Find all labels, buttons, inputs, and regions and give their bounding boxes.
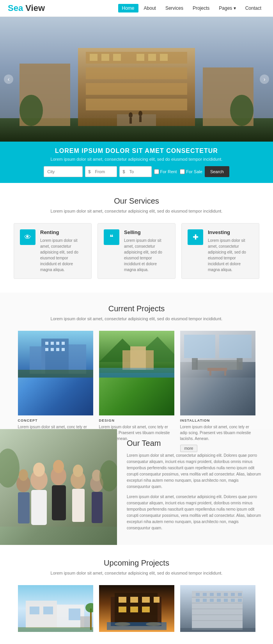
nav-contact[interactable]: Contact bbox=[241, 4, 265, 12]
header: Sea View Home About Services Projects Pa… bbox=[0, 0, 273, 17]
svg-rect-109 bbox=[210, 599, 214, 602]
svg-rect-44 bbox=[184, 335, 215, 358]
for-sale-checkbox[interactable] bbox=[180, 166, 185, 177]
svg-rect-34 bbox=[18, 370, 93, 378]
upcoming-design: DESIGN Lorem ipsum dolor sit amet, conc … bbox=[99, 585, 174, 644]
svg-rect-61 bbox=[18, 492, 30, 523]
search-button[interactable]: Search bbox=[205, 166, 229, 177]
upcoming-installation-image bbox=[180, 585, 255, 644]
svg-rect-73 bbox=[69, 609, 80, 620]
svg-rect-21 bbox=[139, 116, 142, 122]
svg-rect-100 bbox=[196, 593, 200, 596]
svg-point-91 bbox=[115, 622, 130, 626]
svg-rect-86 bbox=[154, 597, 160, 603]
installation-svg bbox=[180, 331, 255, 378]
svg-rect-112 bbox=[231, 599, 235, 602]
team-title: Our Team bbox=[127, 439, 263, 448]
nav-projects[interactable]: Projects bbox=[189, 4, 213, 12]
svg-rect-6 bbox=[86, 99, 187, 110]
upcoming-installation-svg bbox=[180, 585, 255, 632]
nav-pages[interactable]: Pages ▾ bbox=[215, 4, 239, 12]
nav-services[interactable]: Services bbox=[161, 4, 187, 12]
svg-rect-31 bbox=[51, 348, 54, 351]
for-sale-label[interactable]: For Sale bbox=[180, 166, 202, 177]
svg-rect-85 bbox=[142, 597, 150, 603]
services-title: Our Services bbox=[12, 197, 261, 206]
search-form: $ $ For Rent For Sale Search bbox=[8, 166, 265, 177]
design-label: DESIGN bbox=[99, 419, 174, 422]
svg-point-54 bbox=[33, 463, 45, 477]
selling-title: Selling bbox=[124, 229, 169, 235]
svg-rect-87 bbox=[119, 607, 126, 612]
for-rent-checkbox[interactable] bbox=[154, 166, 159, 177]
services-section: Our Services Lorem ipsum dolor sit amet,… bbox=[0, 183, 273, 293]
svg-point-16 bbox=[230, 95, 254, 126]
project-installation: INSTALLATION Lorem ipsum dolor sit amet,… bbox=[180, 331, 255, 415]
hero-arrow-left[interactable]: ‹ bbox=[4, 75, 13, 84]
svg-rect-51 bbox=[224, 371, 226, 376]
svg-rect-67 bbox=[92, 492, 103, 523]
svg-rect-102 bbox=[210, 593, 214, 596]
city-input[interactable] bbox=[44, 166, 83, 177]
current-projects-subtitle: Lorem ipsum dolor sit amet, consectetur … bbox=[12, 316, 261, 321]
svg-rect-4 bbox=[86, 67, 187, 79]
installation-label: INSTALLATION bbox=[180, 419, 255, 422]
svg-rect-50 bbox=[209, 371, 211, 376]
svg-rect-5 bbox=[86, 83, 187, 95]
svg-rect-19 bbox=[129, 118, 132, 124]
current-projects-section: Current Projects Lorem ipsum dolor sit a… bbox=[0, 293, 273, 429]
svg-rect-64 bbox=[72, 489, 85, 522]
svg-rect-106 bbox=[238, 593, 242, 596]
nav-home[interactable]: Home bbox=[118, 4, 138, 12]
svg-rect-96 bbox=[192, 603, 243, 603]
logo-view: View bbox=[25, 3, 45, 13]
svg-rect-110 bbox=[217, 599, 221, 602]
search-section: LOREM IPSUM DOLOR SIT AMET CONSECTETUR L… bbox=[0, 142, 273, 183]
selling-desc: Lorem ipsum dolor sit amet, consectetur … bbox=[124, 238, 169, 273]
svg-rect-48 bbox=[237, 358, 243, 370]
svg-rect-84 bbox=[130, 597, 138, 603]
for-rent-label[interactable]: For Rent bbox=[154, 166, 177, 177]
svg-rect-55 bbox=[31, 490, 47, 525]
svg-rect-26 bbox=[45, 342, 48, 345]
svg-rect-32 bbox=[56, 348, 59, 351]
hero-arrow-right[interactable]: › bbox=[260, 75, 269, 84]
upcoming-projects-grid: CONCEPT Lorem ipsum dolor sit amet, conc… bbox=[12, 585, 261, 644]
svg-rect-7 bbox=[90, 54, 98, 61]
service-renting: 👁 Renting Lorem ipsum dolor sit amet, co… bbox=[14, 223, 92, 279]
current-projects-title: Current Projects bbox=[12, 304, 261, 313]
svg-rect-111 bbox=[224, 599, 228, 602]
investing-icon: ✚ bbox=[188, 229, 203, 245]
from-input[interactable] bbox=[92, 167, 115, 177]
selling-icon: ❝ bbox=[104, 229, 119, 245]
upcoming-subtitle: Lorem ipsum dolor sit amet, consectetur … bbox=[12, 571, 261, 575]
installation-image bbox=[180, 331, 255, 415]
service-investing: ✚ Investing Lorem ipsum dolor sit amet, … bbox=[181, 223, 259, 279]
search-subtitle: Lorem ipsum dolor sit amet, consectetur … bbox=[8, 157, 265, 161]
to-input[interactable] bbox=[126, 167, 150, 177]
concept-svg bbox=[18, 331, 93, 378]
svg-rect-74 bbox=[30, 607, 39, 614]
team-paragraph2: Lorem ipsum dolor sit amet, consectetur … bbox=[127, 494, 263, 531]
svg-rect-103 bbox=[217, 593, 221, 596]
svg-rect-47 bbox=[192, 358, 198, 370]
svg-rect-41 bbox=[99, 373, 174, 378]
svg-rect-10 bbox=[136, 54, 144, 61]
nav-about[interactable]: About bbox=[140, 4, 160, 12]
svg-point-63 bbox=[73, 465, 83, 477]
svg-point-57 bbox=[53, 460, 64, 473]
logo: Sea View bbox=[8, 3, 45, 13]
svg-rect-104 bbox=[224, 593, 228, 596]
svg-rect-101 bbox=[203, 593, 207, 596]
services-subtitle: Lorem ipsum dolor sit amet, consectetur … bbox=[12, 209, 261, 213]
svg-point-15 bbox=[20, 95, 43, 126]
upcoming-title: Upcoming Projects bbox=[12, 559, 261, 568]
svg-rect-24 bbox=[30, 346, 45, 374]
svg-rect-49 bbox=[207, 368, 227, 371]
current-projects-grid: CONCEPT Lorem ipsum dolor sit amet, conc… bbox=[12, 331, 261, 415]
hero-section: ‹ › bbox=[0, 17, 273, 142]
hero-image bbox=[0, 17, 273, 142]
svg-rect-58 bbox=[52, 485, 66, 520]
investing-desc: Lorem ipsum dolor sit amet, consectetur … bbox=[208, 238, 253, 273]
svg-rect-97 bbox=[192, 609, 243, 609]
